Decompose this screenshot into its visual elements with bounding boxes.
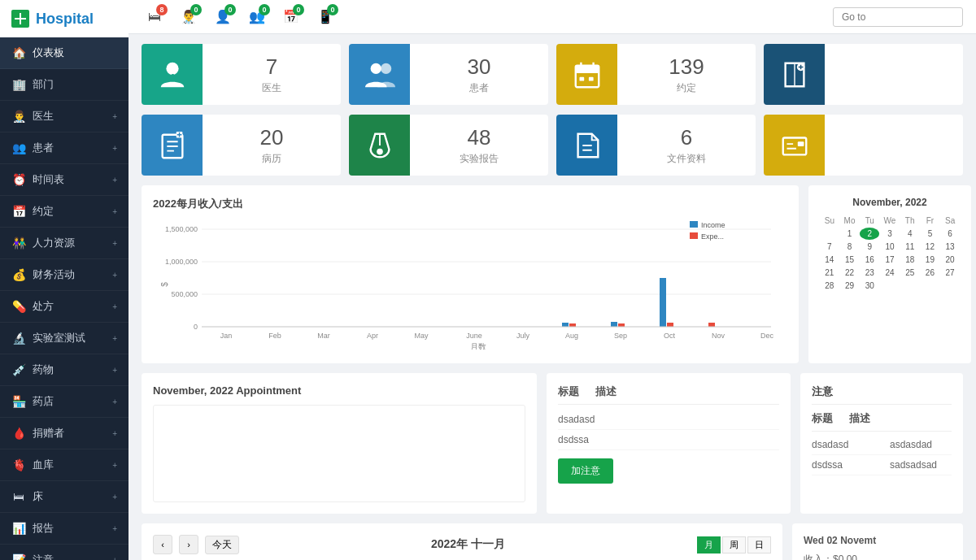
chart-area: 1,500,000 1,000,000 500,000 0 $ bbox=[153, 219, 787, 352]
sidebar-item-11[interactable]: 🏪 药店 + bbox=[0, 386, 129, 418]
mini-cal-day[interactable]: 6 bbox=[940, 228, 960, 240]
extra1-icon bbox=[764, 44, 825, 105]
mini-cal-day[interactable]: 2 bbox=[860, 228, 879, 240]
sidebar-arrow-14: + bbox=[112, 493, 117, 501]
mini-cal-day[interactable]: 22 bbox=[840, 267, 860, 279]
topbar-search bbox=[833, 7, 963, 27]
sidebar-label-3: 患者 bbox=[33, 141, 106, 155]
chart-calendar-row: 2022每月收入/支出 1,500,000 1,000,000 500,000 … bbox=[142, 185, 963, 363]
sidebar-item-12[interactable]: 🩸 捐赠者 + bbox=[0, 418, 129, 449]
mini-cal-day[interactable]: 27 bbox=[940, 267, 960, 279]
notes-pdesc-0: asdasdad bbox=[890, 439, 952, 450]
svg-text:Mar: Mar bbox=[317, 332, 330, 340]
sidebar-icon-1: 🏢 bbox=[11, 78, 26, 91]
cal-month-btn[interactable]: 月 bbox=[697, 536, 721, 553]
svg-text:Aug: Aug bbox=[565, 332, 578, 340]
topbar-icons: 🛏 8 👨‍⚕️ 0 👤 0 👥 0 📅 0 📱 0 bbox=[142, 4, 823, 30]
svg-text:Nov: Nov bbox=[712, 332, 725, 340]
mini-cal-day[interactable]: 11 bbox=[900, 241, 920, 253]
mini-cal-day[interactable]: 1 bbox=[840, 228, 860, 240]
mini-cal-day[interactable]: 19 bbox=[921, 254, 940, 266]
sidebar-item-0[interactable]: 🏠 仪表板 bbox=[0, 37, 129, 69]
sidebar-item-13[interactable]: 🫀 血库 + bbox=[0, 449, 129, 481]
sidebar-item-16[interactable]: 📝 注意 + bbox=[0, 545, 129, 560]
patients-number: 30 bbox=[468, 54, 491, 80]
mini-cal-day[interactable]: 13 bbox=[940, 241, 960, 253]
mini-cal-day[interactable]: 26 bbox=[921, 267, 940, 279]
mini-cal-day[interactable]: 17 bbox=[880, 254, 900, 266]
sidebar-item-2[interactable]: 👨‍⚕️ 医生 + bbox=[0, 101, 129, 132]
mini-cal-day[interactable]: 20 bbox=[940, 254, 960, 266]
side-info-income: 收入：$0.00 bbox=[804, 553, 952, 560]
svg-rect-10 bbox=[588, 76, 593, 80]
mini-cal-day[interactable]: 10 bbox=[880, 241, 900, 253]
sidebar-item-7[interactable]: 💰 财务活动 + bbox=[0, 259, 129, 291]
mini-cal-day[interactable]: 8 bbox=[840, 241, 860, 253]
sidebar-item-10[interactable]: 💉 药物 + bbox=[0, 354, 129, 386]
svg-rect-40 bbox=[708, 323, 715, 327]
sidebar-item-3[interactable]: 👥 患者 + bbox=[0, 132, 129, 164]
person-topbar-icon[interactable]: 👤 0 bbox=[210, 4, 236, 30]
mini-cal-day[interactable]: 21 bbox=[820, 267, 839, 279]
stats-row-2: 20 病历 48 实验报告 6 文件资料 bbox=[142, 115, 963, 176]
cal-day-btn[interactable]: 日 bbox=[747, 536, 771, 553]
add-note-button[interactable]: 加注意 bbox=[558, 458, 613, 484]
mini-cal-day[interactable]: 9 bbox=[860, 241, 879, 253]
person-add-topbar-icon[interactable]: 👥 0 bbox=[244, 4, 270, 30]
sidebar-item-5[interactable]: 📅 约定 + bbox=[0, 196, 129, 228]
mini-cal-day[interactable]: 30 bbox=[860, 280, 879, 292]
mini-cal-day[interactable]: 7 bbox=[820, 241, 839, 253]
sidebar-icon-3: 👥 bbox=[11, 141, 26, 154]
sidebar-item-1[interactable]: 🏢 部门 bbox=[0, 69, 129, 101]
stat-appointments: 139 约定 bbox=[556, 44, 756, 105]
notes-title-header: 标题 bbox=[558, 384, 579, 399]
notes-title-1: dsdssa bbox=[558, 434, 779, 445]
sidebar-arrow-16: + bbox=[112, 556, 117, 561]
bed-topbar-icon[interactable]: 🛏 8 bbox=[142, 4, 168, 30]
sidebar-arrow-5: + bbox=[112, 207, 117, 216]
bar-chart-svg: 1,500,000 1,000,000 500,000 0 $ bbox=[153, 219, 787, 349]
svg-text:Feb: Feb bbox=[268, 332, 281, 340]
sidebar-label-7: 财务活动 bbox=[33, 267, 106, 282]
sidebar-label-8: 处方 bbox=[33, 299, 106, 314]
calendar-topbar-icon[interactable]: 📅 0 bbox=[278, 4, 304, 30]
docs-label: 文件资料 bbox=[667, 152, 706, 166]
cal-today-btn[interactable]: 今天 bbox=[205, 536, 239, 554]
cal-week-btn[interactable]: 周 bbox=[722, 536, 746, 553]
svg-text:Dec: Dec bbox=[760, 332, 774, 340]
patients-info: 30 患者 bbox=[410, 44, 548, 105]
sidebar-item-9[interactable]: 🔬 实验室测试 + bbox=[0, 323, 129, 354]
search-input[interactable] bbox=[833, 7, 963, 27]
sidebar-item-14[interactable]: 🛏 床 + bbox=[0, 481, 129, 513]
mini-cal-day[interactable]: 25 bbox=[900, 267, 920, 279]
mini-cal-day[interactable]: 16 bbox=[860, 254, 879, 266]
mini-cal-day[interactable]: 3 bbox=[880, 228, 900, 240]
mini-cal-day[interactable]: 15 bbox=[840, 254, 860, 266]
mini-cal-day[interactable]: 23 bbox=[860, 267, 879, 279]
svg-text:Income: Income bbox=[701, 221, 725, 229]
sidebar-item-6[interactable]: 👫 人力资源 + bbox=[0, 228, 129, 259]
cal-next-btn[interactable]: › bbox=[179, 535, 198, 554]
staff-topbar-icon[interactable]: 👨‍⚕️ 0 bbox=[176, 4, 202, 30]
sidebar-arrow-11: + bbox=[112, 397, 117, 406]
appointments-info: 139 约定 bbox=[617, 44, 756, 105]
mini-cal-day[interactable]: 4 bbox=[900, 228, 920, 240]
mini-cal-day[interactable]: 5 bbox=[921, 228, 940, 240]
mini-cal-day[interactable]: 12 bbox=[921, 241, 940, 253]
sidebar-arrow-2: + bbox=[112, 112, 117, 121]
notes-desc-header: 描述 bbox=[595, 384, 617, 399]
mini-cal-day[interactable]: 28 bbox=[820, 280, 839, 292]
mini-cal-day[interactable]: 18 bbox=[900, 254, 920, 266]
sidebar-item-8[interactable]: 💊 处方 + bbox=[0, 291, 129, 323]
sidebar-item-15[interactable]: 📊 报告 + bbox=[0, 513, 129, 545]
main-area: 🛏 8 👨‍⚕️ 0 👤 0 👥 0 📅 0 📱 0 bbox=[129, 0, 976, 560]
svg-rect-55 bbox=[690, 221, 698, 228]
mini-cal-day[interactable]: 14 bbox=[820, 254, 839, 266]
mini-cal-day[interactable]: 24 bbox=[880, 267, 900, 279]
lab-number: 48 bbox=[468, 125, 491, 150]
sidebar-arrow-10: + bbox=[112, 366, 117, 375]
mini-cal-day[interactable]: 29 bbox=[840, 280, 860, 292]
phone-topbar-icon[interactable]: 📱 0 bbox=[312, 4, 338, 30]
sidebar-item-4[interactable]: ⏰ 时间表 + bbox=[0, 164, 129, 196]
cal-prev-btn[interactable]: ‹ bbox=[153, 535, 172, 554]
